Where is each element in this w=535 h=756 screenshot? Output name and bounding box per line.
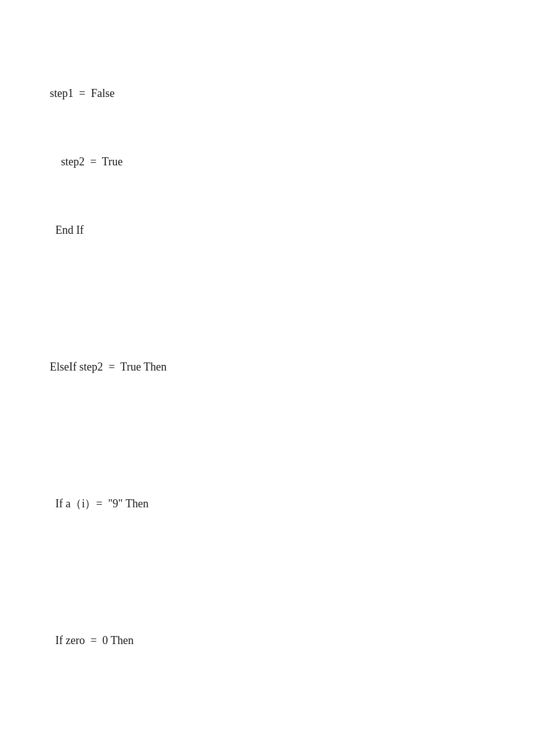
code-content: step1 = False step2 = True End If ElseIf… xyxy=(50,37,485,756)
line-1: step1 = False xyxy=(50,82,485,104)
line-blank-4 xyxy=(50,698,485,720)
line-end-if-1: End If xyxy=(50,219,485,241)
line-if-a-i: If a（i）= "9" Then xyxy=(50,492,485,515)
line-blank-2 xyxy=(50,424,485,446)
line-2: step2 = True xyxy=(50,150,485,173)
line-blank-1 xyxy=(50,287,485,310)
line-blank-3 xyxy=(50,561,485,583)
line-elseif: ElseIf step2 = True Then xyxy=(50,356,485,378)
line-if-zero: If zero = 0 Then xyxy=(50,629,485,652)
